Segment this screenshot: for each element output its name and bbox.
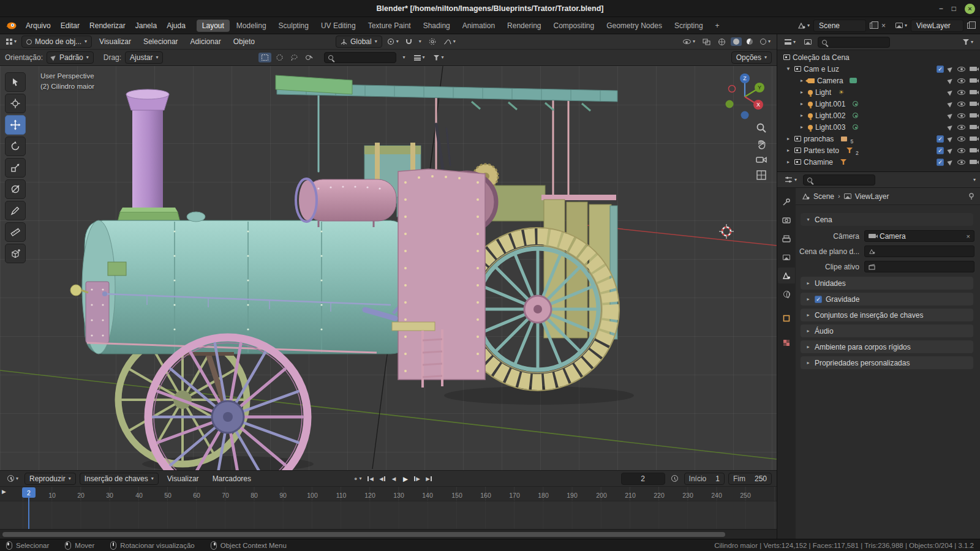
section-rigid-body-world[interactable]: ▸ Ambiente para corpos rígidos bbox=[801, 340, 973, 353]
selectable-icon[interactable] bbox=[947, 89, 954, 96]
shading-wireframe-button[interactable] bbox=[715, 37, 728, 47]
hide-icon[interactable] bbox=[957, 78, 965, 83]
render-visibility-icon[interactable] bbox=[970, 137, 977, 141]
expander-icon[interactable]: ▸ bbox=[798, 124, 805, 130]
scene-name-field[interactable]: Scene bbox=[813, 20, 866, 32]
tab-world[interactable] bbox=[778, 286, 795, 302]
snap-settings-button[interactable]: ▾ bbox=[417, 38, 424, 45]
timeline-tracks[interactable] bbox=[0, 501, 777, 529]
tab-scene[interactable] bbox=[778, 268, 795, 283]
expander-icon[interactable]: ▸ bbox=[798, 113, 805, 118]
workspace-tab-rendering[interactable]: Rendering bbox=[502, 20, 546, 32]
menu-visualizar[interactable]: Visualizar bbox=[94, 37, 136, 46]
menu-adicionar[interactable]: Adicionar bbox=[186, 37, 226, 46]
tool-orientation-dropdown[interactable]: Padrão ▾ bbox=[47, 51, 94, 64]
workspace-tab-geometry-nodes[interactable]: Geometry Nodes bbox=[601, 20, 668, 32]
selectable-icon[interactable] bbox=[947, 112, 954, 119]
timeline-menu-view[interactable]: Visualizar bbox=[162, 474, 204, 483]
outliner-search-input[interactable] bbox=[818, 37, 890, 48]
collection-checkbox[interactable] bbox=[937, 135, 944, 143]
auto-key-button[interactable]: ●▾ bbox=[352, 474, 364, 483]
transform-orientation-dropdown[interactable]: Global ▾ bbox=[336, 36, 382, 48]
render-visibility-icon[interactable] bbox=[970, 67, 977, 71]
tool-move[interactable] bbox=[5, 115, 26, 135]
workspace-tab-texture-paint[interactable]: Texture Paint bbox=[363, 20, 417, 32]
viewlayer-browse-button[interactable]: ▾ bbox=[893, 21, 910, 29]
close-button[interactable]: × bbox=[965, 4, 975, 14]
render-visibility-icon[interactable] bbox=[970, 78, 977, 83]
select-mode-paint-button[interactable] bbox=[303, 53, 315, 62]
timeline-ruler[interactable]: 10 20 30 40 50 60 70 80 90 100 110 120 1… bbox=[0, 486, 777, 501]
proportional-falloff-button[interactable]: ▾ bbox=[441, 37, 458, 47]
hide-icon[interactable] bbox=[957, 90, 965, 95]
maximize-button[interactable]: □ bbox=[952, 5, 956, 12]
tab-output[interactable] bbox=[778, 231, 795, 247]
tab-render[interactable] bbox=[778, 212, 795, 228]
background-scene-field[interactable] bbox=[864, 246, 974, 257]
hide-icon[interactable] bbox=[957, 113, 965, 118]
ortho-grid-button[interactable] bbox=[756, 170, 767, 181]
pin-icon[interactable] bbox=[968, 193, 974, 200]
jump-to-end-button[interactable]: ▶ bbox=[423, 474, 434, 484]
tool-measure[interactable] bbox=[5, 222, 26, 242]
timeline-editor-type-button[interactable]: ▾ bbox=[5, 474, 21, 483]
shading-rendered-button[interactable]: ▾ bbox=[758, 37, 773, 46]
workspace-tab-modeling[interactable]: Modeling bbox=[231, 20, 272, 32]
show-gizmo-button[interactable]: ▾ bbox=[680, 38, 698, 45]
new-scene-button[interactable] bbox=[867, 21, 878, 30]
timeline-scrollbar[interactable] bbox=[0, 529, 777, 539]
outliner-row-light[interactable]: ▸ Light ☀ bbox=[777, 86, 980, 98]
menu-arquivo[interactable]: Arquivo bbox=[21, 21, 56, 30]
menu-janela[interactable]: Janela bbox=[130, 21, 162, 30]
editor-type-button[interactable]: ▾ bbox=[4, 37, 19, 46]
select-mode-lasso-button[interactable] bbox=[288, 53, 301, 62]
drag-dropdown[interactable]: Ajustar ▾ bbox=[125, 51, 163, 64]
frame-start-field[interactable]: Início1 bbox=[684, 473, 725, 485]
section-custom-properties[interactable]: ▸ Propriedades personalizadas bbox=[801, 356, 973, 369]
menu-objeto[interactable]: Objeto bbox=[228, 37, 260, 46]
render-visibility-icon[interactable] bbox=[970, 148, 977, 152]
camera-view-button[interactable] bbox=[756, 156, 767, 164]
tab-texture[interactable] bbox=[778, 335, 795, 351]
workspace-tab-uv-editing[interactable]: UV Editing bbox=[315, 20, 361, 32]
minimize-button[interactable]: − bbox=[939, 5, 943, 12]
outliner-row-scene-collection[interactable]: Coleção da Cena bbox=[777, 51, 980, 63]
workspace-tab-animation[interactable]: Animation bbox=[457, 20, 500, 32]
workspace-tab-scripting[interactable]: Scripting bbox=[669, 20, 709, 32]
render-visibility-icon[interactable] bbox=[970, 125, 977, 129]
tool-scale[interactable] bbox=[5, 158, 26, 178]
frame-end-field[interactable]: Fim250 bbox=[728, 473, 772, 485]
tool-select-box[interactable] bbox=[5, 72, 26, 92]
menu-renderizar[interactable]: Renderizar bbox=[85, 21, 130, 30]
collection-checkbox[interactable] bbox=[937, 159, 944, 166]
expander-icon[interactable]: ▸ bbox=[785, 159, 792, 165]
display-list-dropdown[interactable]: ▾ bbox=[412, 54, 428, 62]
chevron-down-icon[interactable]: ▾ bbox=[973, 178, 976, 182]
proportional-edit-button[interactable] bbox=[426, 37, 439, 47]
outliner-row-light-003[interactable]: ▸ Light.003 bbox=[777, 121, 980, 133]
selectable-icon[interactable] bbox=[947, 147, 954, 154]
zoom-button[interactable] bbox=[756, 122, 767, 133]
playback-dropdown[interactable]: Reproduzir▾ bbox=[24, 473, 76, 485]
camera-property-field[interactable]: Camera × bbox=[864, 230, 974, 242]
snap-toggle-button[interactable] bbox=[404, 38, 414, 45]
tool-rotate[interactable] bbox=[5, 137, 26, 156]
filter-funnel-dropdown[interactable]: ▾ bbox=[431, 54, 447, 62]
navigation-gizmo[interactable]: Z Y X bbox=[720, 70, 769, 121]
keying-dropdown[interactable]: Inserção de chaves▾ bbox=[80, 473, 159, 485]
current-frame-field[interactable]: 2 bbox=[621, 473, 665, 485]
tool-annotate[interactable] bbox=[5, 201, 26, 220]
outliner-row-cam-e-luz[interactable]: ▼ Cam e Luz bbox=[777, 63, 980, 75]
hide-icon[interactable] bbox=[957, 125, 965, 130]
outliner-row-light-002[interactable]: ▸ Light.002 bbox=[777, 110, 980, 121]
channels-expander[interactable]: ▶ bbox=[2, 489, 6, 495]
hide-icon[interactable] bbox=[957, 148, 965, 153]
outliner-display-mode-button[interactable] bbox=[802, 38, 814, 46]
scene-browse-button[interactable]: ▾ bbox=[795, 21, 812, 30]
xray-toggle-button[interactable] bbox=[700, 37, 713, 47]
section-unidades[interactable]: ▸ Unidades bbox=[801, 277, 973, 290]
tool-cursor[interactable] bbox=[5, 94, 26, 113]
render-visibility-icon[interactable] bbox=[970, 90, 977, 94]
workspace-tab-compositing[interactable]: Compositing bbox=[548, 20, 600, 32]
outliner-row-light-001[interactable]: ▸ Light.001 bbox=[777, 98, 980, 110]
